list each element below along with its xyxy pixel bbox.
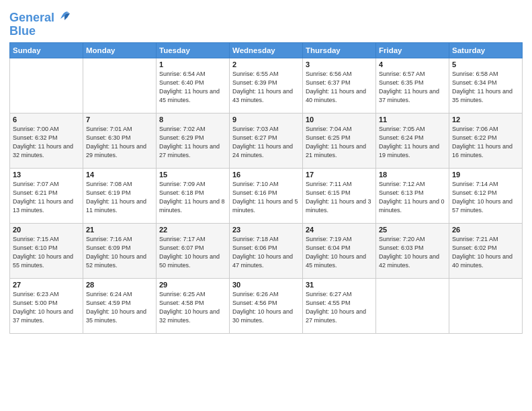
day-number: 26 bbox=[452, 226, 519, 234]
day-info: Sunrise: 7:09 AM Sunset: 6:18 PM Dayligh… bbox=[159, 180, 226, 215]
day-number: 15 bbox=[159, 171, 226, 179]
day-info: Sunrise: 7:16 AM Sunset: 6:09 PM Dayligh… bbox=[86, 235, 153, 270]
weekday-header-monday: Monday bbox=[83, 42, 157, 58]
calendar-cell: 19Sunrise: 7:14 AM Sunset: 6:12 PM Dayli… bbox=[449, 168, 523, 223]
day-number: 7 bbox=[86, 116, 153, 124]
weekday-header-saturday: Saturday bbox=[449, 42, 523, 58]
day-info: Sunrise: 7:07 AM Sunset: 6:21 PM Dayligh… bbox=[13, 180, 80, 215]
day-number: 13 bbox=[13, 171, 80, 179]
day-number: 4 bbox=[379, 60, 446, 68]
calendar-cell: 10Sunrise: 7:04 AM Sunset: 6:25 PM Dayli… bbox=[303, 113, 376, 168]
calendar-table: SundayMondayTuesdayWednesdayThursdayFrid… bbox=[9, 42, 523, 334]
day-number: 2 bbox=[232, 60, 300, 68]
calendar-cell: 3Sunrise: 6:56 AM Sunset: 6:37 PM Daylig… bbox=[303, 58, 376, 113]
calendar-cell: 4Sunrise: 6:57 AM Sunset: 6:35 PM Daylig… bbox=[376, 58, 449, 113]
day-info: Sunrise: 7:19 AM Sunset: 6:04 PM Dayligh… bbox=[306, 235, 373, 270]
day-number: 27 bbox=[13, 281, 80, 289]
day-number: 18 bbox=[379, 171, 446, 179]
weekday-header-friday: Friday bbox=[376, 42, 449, 58]
weekday-header-thursday: Thursday bbox=[303, 42, 376, 58]
day-info: Sunrise: 7:02 AM Sunset: 6:29 PM Dayligh… bbox=[159, 125, 226, 160]
day-info: Sunrise: 7:12 AM Sunset: 6:13 PM Dayligh… bbox=[379, 180, 446, 215]
calendar-cell bbox=[449, 278, 523, 333]
day-number: 16 bbox=[232, 171, 300, 179]
calendar-cell: 28Sunrise: 6:24 AM Sunset: 4:59 PM Dayli… bbox=[83, 278, 157, 333]
day-info: Sunrise: 6:55 AM Sunset: 6:39 PM Dayligh… bbox=[232, 70, 300, 105]
day-number: 1 bbox=[159, 60, 226, 68]
day-info: Sunrise: 6:26 AM Sunset: 4:56 PM Dayligh… bbox=[232, 290, 300, 325]
calendar-cell: 26Sunrise: 7:21 AM Sunset: 6:02 PM Dayli… bbox=[449, 223, 523, 278]
day-number: 3 bbox=[306, 60, 373, 68]
day-number: 17 bbox=[306, 171, 373, 179]
day-number: 25 bbox=[379, 226, 446, 234]
day-info: Sunrise: 6:56 AM Sunset: 6:37 PM Dayligh… bbox=[306, 70, 373, 105]
day-info: Sunrise: 7:18 AM Sunset: 6:06 PM Dayligh… bbox=[232, 235, 300, 270]
calendar-cell bbox=[10, 58, 83, 113]
logo-blue-text: Blue bbox=[9, 25, 71, 38]
day-info: Sunrise: 7:08 AM Sunset: 6:19 PM Dayligh… bbox=[86, 180, 153, 215]
day-number: 6 bbox=[13, 116, 80, 124]
day-number: 29 bbox=[159, 281, 226, 289]
day-number: 19 bbox=[452, 171, 519, 179]
calendar-cell: 27Sunrise: 6:23 AM Sunset: 5:00 PM Dayli… bbox=[10, 278, 83, 333]
day-number: 23 bbox=[232, 226, 300, 234]
calendar-cell: 13Sunrise: 7:07 AM Sunset: 6:21 PM Dayli… bbox=[10, 168, 83, 223]
day-info: Sunrise: 7:15 AM Sunset: 6:10 PM Dayligh… bbox=[13, 235, 80, 270]
calendar-week-3: 13Sunrise: 7:07 AM Sunset: 6:21 PM Dayli… bbox=[10, 168, 523, 223]
calendar-cell: 11Sunrise: 7:05 AM Sunset: 6:24 PM Dayli… bbox=[376, 113, 449, 168]
day-info: Sunrise: 7:03 AM Sunset: 6:27 PM Dayligh… bbox=[232, 125, 300, 160]
main-container: General Blue SundayMondayTuesdayWednesda… bbox=[0, 0, 532, 411]
calendar-cell: 6Sunrise: 7:00 AM Sunset: 6:32 PM Daylig… bbox=[10, 113, 83, 168]
day-info: Sunrise: 7:04 AM Sunset: 6:25 PM Dayligh… bbox=[306, 125, 373, 160]
day-info: Sunrise: 7:20 AM Sunset: 6:03 PM Dayligh… bbox=[379, 235, 446, 270]
day-number: 11 bbox=[379, 116, 446, 124]
day-info: Sunrise: 7:10 AM Sunset: 6:16 PM Dayligh… bbox=[232, 180, 300, 215]
calendar-cell: 29Sunrise: 6:25 AM Sunset: 4:58 PM Dayli… bbox=[157, 278, 230, 333]
day-info: Sunrise: 6:23 AM Sunset: 5:00 PM Dayligh… bbox=[13, 290, 80, 325]
calendar-cell bbox=[376, 278, 449, 333]
day-info: Sunrise: 7:05 AM Sunset: 6:24 PM Dayligh… bbox=[379, 125, 446, 160]
calendar-week-1: 1Sunrise: 6:54 AM Sunset: 6:40 PM Daylig… bbox=[10, 58, 523, 113]
calendar-cell: 31Sunrise: 6:27 AM Sunset: 4:55 PM Dayli… bbox=[303, 278, 376, 333]
day-info: Sunrise: 6:25 AM Sunset: 4:58 PM Dayligh… bbox=[159, 290, 226, 325]
header: General Blue bbox=[9, 7, 523, 38]
day-number: 21 bbox=[86, 226, 153, 234]
day-number: 8 bbox=[159, 116, 226, 124]
day-info: Sunrise: 7:01 AM Sunset: 6:30 PM Dayligh… bbox=[86, 125, 153, 160]
calendar-cell: 16Sunrise: 7:10 AM Sunset: 6:16 PM Dayli… bbox=[230, 168, 303, 223]
calendar-cell: 24Sunrise: 7:19 AM Sunset: 6:04 PM Dayli… bbox=[303, 223, 376, 278]
calendar-cell: 23Sunrise: 7:18 AM Sunset: 6:06 PM Dayli… bbox=[230, 223, 303, 278]
calendar-cell: 12Sunrise: 7:06 AM Sunset: 6:22 PM Dayli… bbox=[449, 113, 523, 168]
day-info: Sunrise: 6:57 AM Sunset: 6:35 PM Dayligh… bbox=[379, 70, 446, 105]
logo: General Blue bbox=[9, 9, 71, 38]
calendar-cell: 14Sunrise: 7:08 AM Sunset: 6:19 PM Dayli… bbox=[83, 168, 157, 223]
weekday-header-sunday: Sunday bbox=[10, 42, 83, 58]
day-info: Sunrise: 6:54 AM Sunset: 6:40 PM Dayligh… bbox=[159, 70, 226, 105]
weekday-header-tuesday: Tuesday bbox=[157, 42, 230, 58]
day-number: 9 bbox=[232, 116, 300, 124]
calendar-cell: 2Sunrise: 6:55 AM Sunset: 6:39 PM Daylig… bbox=[230, 58, 303, 113]
calendar-cell: 22Sunrise: 7:17 AM Sunset: 6:07 PM Dayli… bbox=[157, 223, 230, 278]
calendar-cell: 21Sunrise: 7:16 AM Sunset: 6:09 PM Dayli… bbox=[83, 223, 157, 278]
calendar-cell: 30Sunrise: 6:26 AM Sunset: 4:56 PM Dayli… bbox=[230, 278, 303, 333]
logo-text: General bbox=[9, 9, 71, 25]
calendar-cell: 8Sunrise: 7:02 AM Sunset: 6:29 PM Daylig… bbox=[157, 113, 230, 168]
day-info: Sunrise: 7:17 AM Sunset: 6:07 PM Dayligh… bbox=[159, 235, 226, 270]
calendar-cell: 20Sunrise: 7:15 AM Sunset: 6:10 PM Dayli… bbox=[10, 223, 83, 278]
day-number: 14 bbox=[86, 171, 153, 179]
calendar-cell: 18Sunrise: 7:12 AM Sunset: 6:13 PM Dayli… bbox=[376, 168, 449, 223]
day-number: 31 bbox=[306, 281, 373, 289]
day-number: 28 bbox=[86, 281, 153, 289]
calendar-week-2: 6Sunrise: 7:00 AM Sunset: 6:32 PM Daylig… bbox=[10, 113, 523, 168]
calendar-cell: 15Sunrise: 7:09 AM Sunset: 6:18 PM Dayli… bbox=[157, 168, 230, 223]
day-number: 12 bbox=[452, 116, 519, 124]
day-number: 24 bbox=[306, 226, 373, 234]
day-info: Sunrise: 7:14 AM Sunset: 6:12 PM Dayligh… bbox=[452, 180, 519, 215]
calendar-cell: 9Sunrise: 7:03 AM Sunset: 6:27 PM Daylig… bbox=[230, 113, 303, 168]
calendar-cell: 7Sunrise: 7:01 AM Sunset: 6:30 PM Daylig… bbox=[83, 113, 157, 168]
day-info: Sunrise: 6:27 AM Sunset: 4:55 PM Dayligh… bbox=[306, 290, 373, 325]
day-info: Sunrise: 7:11 AM Sunset: 6:15 PM Dayligh… bbox=[306, 180, 373, 215]
logo-icon bbox=[59, 7, 71, 21]
calendar-cell: 1Sunrise: 6:54 AM Sunset: 6:40 PM Daylig… bbox=[157, 58, 230, 113]
day-number: 5 bbox=[452, 60, 519, 68]
